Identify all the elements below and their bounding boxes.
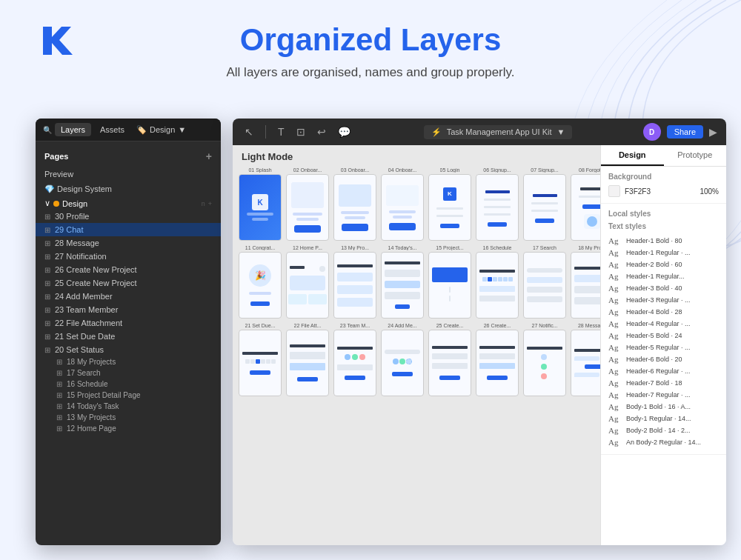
style-ag-2: Ag xyxy=(608,260,622,269)
tab-design-panel[interactable]: Design xyxy=(601,145,664,166)
layer-22-file[interactable]: ⊞ 22 File Attachment xyxy=(36,316,221,330)
local-styles-title: Local styles xyxy=(608,210,719,218)
frame-15-project[interactable]: 15 Project... xyxy=(428,245,471,319)
canvas-toolbar: ↖ T ⊡ ↩ 💬 ⚡ Task Management App UI Kit ▼… xyxy=(233,119,726,145)
file-title[interactable]: ⚡ Task Management App UI Kit ▼ xyxy=(424,125,573,139)
add-page-button[interactable]: + xyxy=(206,150,212,162)
style-name-3: Header-1 Regular... xyxy=(626,273,719,280)
layer-27-notification[interactable]: ⊞ 27 Notification xyxy=(36,250,221,263)
style-ag-14: Ag xyxy=(608,402,622,411)
layer-icon: ⊞ xyxy=(56,358,62,366)
frame-01-splash[interactable]: 01 Splash K xyxy=(239,167,282,241)
frame-21-set-due[interactable]: 21 Set Due... xyxy=(239,323,282,396)
style-name-5: Header-3 Regular · ... xyxy=(626,296,719,304)
frame-05-login[interactable]: 05 Login K xyxy=(428,167,471,241)
frame-03-onboard[interactable]: 03 Onboar... xyxy=(333,167,376,241)
toolbar-right: D Share ▶ xyxy=(643,123,717,141)
tab-assets[interactable]: Assets xyxy=(94,123,130,136)
frames-row-1: 01 Splash K 02 Onboar... xyxy=(239,167,600,241)
sub-layer-14[interactable]: ⊞ 14 Today's Task xyxy=(36,401,221,412)
layer-26-create[interactable]: ⊞ 26 Create New Project xyxy=(36,263,221,276)
frame-13-projects[interactable]: 13 My Pro... xyxy=(333,245,376,319)
page-design-system[interactable]: 💎 Design System xyxy=(36,181,221,197)
bg-color-swatch[interactable] xyxy=(608,185,620,197)
content-area: 🔍 Layers Assets 🏷️ Design ▼ Pages + Prev… xyxy=(36,119,726,545)
frame-26-create[interactable]: 26 Create... xyxy=(476,323,519,396)
sub-layer-17[interactable]: ⊞ 17 Search xyxy=(36,367,221,379)
comment-icon[interactable]: 💬 xyxy=(335,124,353,139)
tab-layers[interactable]: Layers xyxy=(55,123,91,136)
tab-prototype-panel[interactable]: Prototype xyxy=(664,145,727,166)
frame-27-notif[interactable]: 27 Notific... xyxy=(523,323,566,396)
cursor-icon[interactable]: ↖ xyxy=(242,124,256,139)
layer-24-add[interactable]: ⊞ 24 Add Member xyxy=(36,290,221,303)
style-ag-0: Ag xyxy=(608,236,622,245)
frame-02-onboard[interactable]: 02 Onboar... xyxy=(286,167,329,241)
text-tool-icon[interactable]: T xyxy=(275,124,288,139)
toolbar-center: ⚡ Task Management App UI Kit ▼ xyxy=(359,125,637,139)
layer-icon: ⊞ xyxy=(56,413,62,421)
move-icon[interactable]: ↩ xyxy=(314,124,329,139)
frame-18-my-pro[interactable]: 18 My Pro... xyxy=(571,245,600,319)
layer-30-profile[interactable]: ⊞ 30 Profile xyxy=(36,210,221,223)
right-panel: Design Prototype Background F3F2F3 100% … xyxy=(600,145,726,545)
search-icon[interactable]: 🔍 xyxy=(43,126,52,134)
frame-16-schedule[interactable]: 16 Schedule xyxy=(476,245,519,319)
layer-25-create[interactable]: ⊞ 25 Create New Project xyxy=(36,276,221,290)
layer-icon: ⊞ xyxy=(44,306,50,314)
style-name-16: Body-2 Bold · 14 · 2... xyxy=(626,427,719,434)
design-dot xyxy=(53,201,59,207)
layer-29-chat[interactable]: ⊞ 29 Chat xyxy=(36,223,221,236)
frame-07-signup[interactable]: 07 Signup... xyxy=(523,167,566,241)
layer-icon: ⊞ xyxy=(44,293,50,301)
canvas-label: Light Mode xyxy=(242,151,293,162)
frame-04-onboard[interactable]: 04 Onboar... xyxy=(381,167,424,241)
right-panel-tab-bar: Design Prototype xyxy=(601,145,726,167)
design-section[interactable]: ∨ Design n + xyxy=(36,197,221,210)
layer-23-team[interactable]: ⊞ 23 Team Member xyxy=(36,303,221,316)
layer-28-message[interactable]: ⊞ 28 Message xyxy=(36,236,221,250)
layer-icon: ⊞ xyxy=(44,319,50,327)
frames-grid: 01 Splash K 02 Onboar... xyxy=(239,167,600,545)
tab-design[interactable]: 🏷️ Design ▼ xyxy=(136,125,186,135)
canvas-main[interactable]: Light Mode 01 Splash K xyxy=(233,145,600,545)
page-subtitle: All layers are organised, names and grou… xyxy=(0,65,741,80)
sub-layer-18[interactable]: ⊞ 18 My Projects xyxy=(36,356,221,367)
frame-12-home[interactable]: 12 Home P... xyxy=(286,245,329,319)
frame-22-file-att[interactable]: 22 File Att... xyxy=(286,323,329,396)
style-ag-4: Ag xyxy=(608,284,622,293)
frame-06-signup[interactable]: 06 Signup... xyxy=(476,167,519,241)
frame-17-search[interactable]: 17 Search xyxy=(523,245,566,319)
frame-08-forgot[interactable]: 08 Forgot... xyxy=(571,167,600,241)
style-ag-12: Ag xyxy=(608,379,622,387)
frame-24-add-me[interactable]: 24 Add Me... xyxy=(381,323,424,396)
play-button[interactable]: ▶ xyxy=(709,126,717,138)
frame-28-message[interactable]: 28 Message xyxy=(571,323,600,396)
style-ag-16: Ag xyxy=(608,426,622,435)
sub-layer-15[interactable]: ⊞ 15 Project Detail Page xyxy=(36,390,221,401)
page-preview[interactable]: Preview xyxy=(36,167,221,181)
background-row: F3F2F3 100% xyxy=(608,185,719,197)
sub-layer-13[interactable]: ⊞ 13 My Projects xyxy=(36,412,221,423)
style-name-2: Header-2 Bold · 60 xyxy=(626,261,719,268)
frame-25-create[interactable]: 25 Create... xyxy=(428,323,471,396)
bg-opacity-value: 100% xyxy=(700,187,719,196)
layer-icon: ⊞ xyxy=(44,279,50,287)
avatar: D xyxy=(643,123,661,141)
style-item-10: AgHeader-6 Bold · 20 xyxy=(608,353,719,365)
layer-21-due[interactable]: ⊞ 21 Set Due Date xyxy=(36,330,221,343)
sub-layer-16[interactable]: ⊞ 16 Schedule xyxy=(36,379,221,390)
sub-layer-12[interactable]: ⊞ 12 Home Page xyxy=(36,423,221,434)
style-name-14: Body-1 Bold · 16 · A... xyxy=(626,403,719,410)
frame-11-congrat[interactable]: 11 Congrat... 🎉 xyxy=(239,245,282,319)
share-button[interactable]: Share xyxy=(667,125,703,139)
layer-20-status[interactable]: ⊞ 20 Set Status xyxy=(36,343,221,356)
frame-tool-icon[interactable]: ⊡ xyxy=(293,124,308,139)
frame-14-todays[interactable]: 14 Today's... xyxy=(381,245,424,319)
style-ag-5: Ag xyxy=(608,296,622,304)
style-item-11: AgHeader-6 Regular · ... xyxy=(608,365,719,377)
style-item-12: AgHeader-7 Bold · 18 xyxy=(608,377,719,389)
style-ag-7: Ag xyxy=(608,319,622,328)
frame-23-team[interactable]: 23 Team M... xyxy=(333,323,376,396)
canvas-body: Light Mode 01 Splash K xyxy=(233,145,726,545)
